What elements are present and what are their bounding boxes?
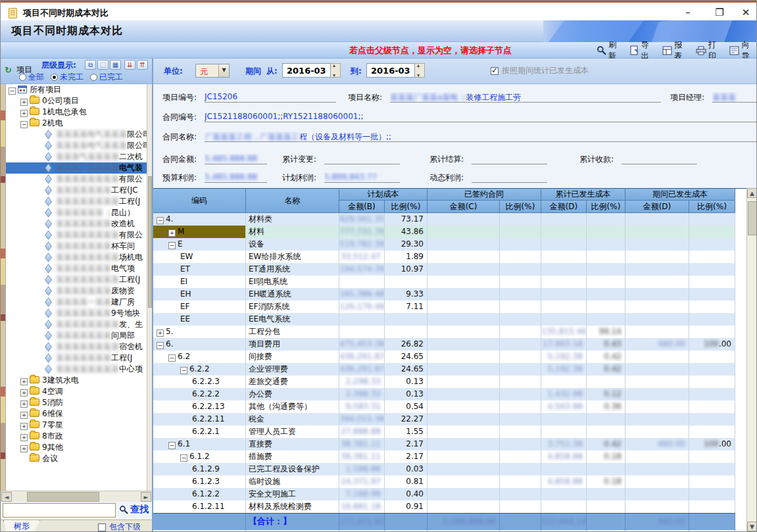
cum-settle-value[interactable] bbox=[472, 154, 547, 164]
project-name-value[interactable]: 某某某厂某某a某电（装修工程施工劳 bbox=[390, 92, 661, 103]
level-view-2-button[interactable]: ⬚ bbox=[97, 60, 109, 70]
tree-expander[interactable]: + bbox=[20, 110, 28, 117]
row-expander[interactable]: − bbox=[168, 442, 176, 449]
table-row-M[interactable]: +M材料777,731.7643.86 bbox=[153, 226, 735, 238]
row-expander[interactable]: − bbox=[168, 354, 176, 362]
code-cell[interactable]: −4. bbox=[153, 213, 246, 226]
tree-project-item[interactable]: 某某某某某某某废物资 bbox=[6, 285, 147, 297]
tree-project-item[interactable]: 某某某某某某某某工程(J bbox=[6, 274, 147, 285]
code-cell[interactable]: EE bbox=[153, 313, 246, 326]
period-stat-checkbox[interactable]: 按照期间统计已发生成本 bbox=[491, 65, 589, 76]
tree-expander[interactable]: + bbox=[20, 412, 28, 419]
tree-horizontal-scrollbar[interactable]: ◄ ► bbox=[1, 491, 152, 502]
include-sub-checkbox[interactable]: 包含下级 bbox=[98, 521, 141, 532]
tree-project-item[interactable]: 某某某某某某某某场机电 bbox=[6, 252, 147, 263]
table-row-EE[interactable]: EEEE电气系统 bbox=[153, 313, 735, 326]
table-row-6.2[interactable]: −6.2间接费436,291.8724.655,192.380.42 bbox=[153, 351, 735, 363]
row-expander[interactable]: − bbox=[157, 342, 164, 349]
radio-全部[interactable]: 全部 bbox=[19, 72, 44, 83]
tree-project-item[interactable]: 某某某某某某某某有限公 bbox=[6, 174, 147, 185]
tree-folder-1机电总承包[interactable]: +1机电总承包 bbox=[6, 107, 147, 118]
table-row-6.1[interactable]: −6.1直接费38,381.112.173,751.380.42460.0010… bbox=[153, 438, 735, 450]
project-no-value[interactable]: JC15206 bbox=[205, 92, 336, 103]
table-row-6.2.2[interactable]: −6.2.2企业管理费436,291.8724.655,192.380.42 bbox=[153, 363, 735, 375]
row-expander[interactable]: + bbox=[157, 329, 164, 337]
code-cell[interactable]: 6.2.2.2 bbox=[153, 388, 246, 400]
tree-folder-8市政[interactable]: +8市政 bbox=[6, 431, 147, 442]
tree-project-item[interactable]: 某某某某某某某工程(JC bbox=[6, 185, 147, 196]
table-row-ET[interactable]: ETET通用系统194,574.3910.97 bbox=[153, 263, 735, 276]
code-cell[interactable]: 6.1.2.3 bbox=[153, 475, 246, 488]
budget-profit-value[interactable]: 5,485,888.88 bbox=[205, 172, 267, 183]
table-row-EF[interactable]: EFEF消防系统126,176.487.11 bbox=[153, 301, 735, 313]
cum-receipt-value[interactable] bbox=[622, 154, 697, 164]
code-cell[interactable]: +M bbox=[153, 226, 246, 238]
tree-project-item[interactable]: 某某某某某某某某有限公 bbox=[6, 230, 147, 241]
tree-project-item[interactable]: 某某某某某某某9号地块 bbox=[6, 308, 147, 319]
table-row-EI[interactable]: EIEI弱电系统 bbox=[153, 276, 735, 288]
scroll-up-arrow[interactable]: ▲ bbox=[747, 188, 757, 198]
code-cell[interactable]: 6.1.2.2 bbox=[153, 488, 246, 500]
contract-no-value[interactable]: JC1521188060001;;RY1521188060001;; bbox=[205, 112, 757, 122]
tree-folder-2机电[interactable]: −2机电 bbox=[6, 118, 147, 129]
manager-value[interactable]: 某某某 bbox=[712, 92, 757, 103]
tree-project-item[interactable]: 某某某某某某某某中心项 bbox=[6, 364, 147, 375]
table-row-6.1.2.11[interactable]: 6.1.2.11材料及系统检测费16,881.180.91 bbox=[153, 500, 735, 513]
tree-expander[interactable]: + bbox=[20, 99, 28, 106]
code-cell[interactable]: 6.1.2.11 bbox=[153, 500, 246, 513]
table-row-6.[interactable]: −6.项目费用475,453.3826.8217,963.180.43460.0… bbox=[153, 338, 735, 351]
scroll-down-arrow[interactable]: ▼ bbox=[747, 521, 757, 531]
tree-vertical-scrollbar[interactable] bbox=[147, 84, 152, 491]
code-cell[interactable]: 6.1.2.9 bbox=[153, 463, 246, 475]
row-expander[interactable]: + bbox=[168, 230, 176, 237]
collapse-all-button[interactable]: ⇈ bbox=[137, 60, 148, 70]
level-view-3-button[interactable]: ▦ bbox=[110, 60, 121, 70]
tree-root-all-projects[interactable]: −所有项目 bbox=[6, 84, 147, 95]
from-date-input[interactable]: 2016-03 bbox=[282, 63, 331, 78]
plan-profit-value[interactable]: 5,899,843.77 bbox=[324, 172, 400, 183]
table-row-6.2.2.11[interactable]: 6.2.2.11税金394,015.3822.27 bbox=[153, 413, 735, 425]
level-view-1-button[interactable]: ⧉ bbox=[85, 60, 96, 70]
scroll-right-arrow[interactable]: ► bbox=[141, 492, 151, 502]
table-row-6.1.2.3[interactable]: 6.1.2.3临时设施14,371.970.814,858.880.18 bbox=[153, 475, 735, 488]
tree-project-item[interactable]: 某某某某某某某间局部 bbox=[6, 330, 147, 341]
tree-folder-5消防[interactable]: +5消防 bbox=[6, 397, 147, 408]
code-cell[interactable]: 6.2.2.3 bbox=[153, 375, 246, 388]
table-row-4.[interactable]: −4.材料类829,561.3573.17 bbox=[153, 213, 735, 226]
table-row-6.2.2.13[interactable]: 6.2.2.13其他（沟通费等）9,583.310.544,563.980.36 bbox=[153, 400, 735, 413]
table-row-6.1.2[interactable]: −6.1.2措施费38,381.112.174,858.880.18 bbox=[153, 450, 735, 463]
unit-select[interactable]: 元 ▼ bbox=[195, 64, 230, 78]
code-cell[interactable]: −6.2 bbox=[153, 351, 246, 363]
code-cell[interactable]: ET bbox=[153, 263, 246, 276]
dyn-profit-value[interactable] bbox=[472, 172, 547, 183]
from-date-spinner[interactable] bbox=[331, 63, 341, 78]
tree-project-item[interactable]: 某某某某某某某某发、生 bbox=[6, 319, 147, 330]
row-expander[interactable]: − bbox=[180, 454, 187, 462]
tree-expander[interactable]: + bbox=[20, 400, 28, 408]
code-cell[interactable]: −E bbox=[153, 238, 246, 251]
chevron-down-icon[interactable]: ▼ bbox=[218, 64, 229, 77]
table-row-E[interactable]: −E设备519,782.3929.30 bbox=[153, 238, 735, 251]
tree-project-item[interactable]: 某某某某某某某改造机 bbox=[6, 218, 147, 230]
tree-project-item[interactable]: 某某某气某某某某二次机 bbox=[6, 151, 147, 162]
tree-folder-会议[interactable]: 会议 bbox=[6, 453, 147, 464]
minimize-button[interactable]: – bbox=[675, 5, 701, 20]
tree-expander[interactable]: + bbox=[20, 423, 28, 430]
code-cell[interactable]: −6.1.2 bbox=[153, 450, 246, 463]
table-row-6.1.2.9[interactable]: 6.1.2.9已完工程及设备保护1,588.880.03 bbox=[153, 463, 735, 475]
tab-tree-view[interactable]: 树形 bbox=[3, 520, 40, 532]
contract-name-value[interactable]: 广某某某工程，广某某某工程（设备及材料等一批）;; bbox=[205, 132, 757, 142]
table-row-6.2.2.2[interactable]: 6.2.2.2办公费2,398.330.131,432.980.12 bbox=[153, 388, 735, 400]
table-row-6.1.2.2[interactable]: 6.1.2.2安全文明施工7,188.980.40 bbox=[153, 488, 735, 500]
tree-expander[interactable]: − bbox=[20, 121, 28, 128]
table-row-6.2.2.1[interactable]: 6.2.2.1管理人员工资27,888.881.55 bbox=[153, 425, 735, 438]
tree-search-input[interactable] bbox=[3, 503, 116, 518]
tree-project-item[interactable]: 某某某某电气某某某限公司 bbox=[6, 140, 147, 151]
tree-project-item[interactable]: 某某某某某某某某宿舍机 bbox=[6, 341, 147, 352]
tree-folder-4空调[interactable]: +4空调 bbox=[6, 386, 147, 397]
code-cell[interactable]: 6.2.2.11 bbox=[153, 413, 246, 425]
tree-project-item[interactable]: 某某某某某某某工程(J bbox=[6, 352, 147, 364]
tree-project-item[interactable]: 某某某某一某某建厂房 bbox=[6, 297, 147, 308]
refresh-tree-icon[interactable]: ↻ bbox=[5, 65, 12, 75]
code-cell[interactable]: EH bbox=[153, 288, 246, 301]
